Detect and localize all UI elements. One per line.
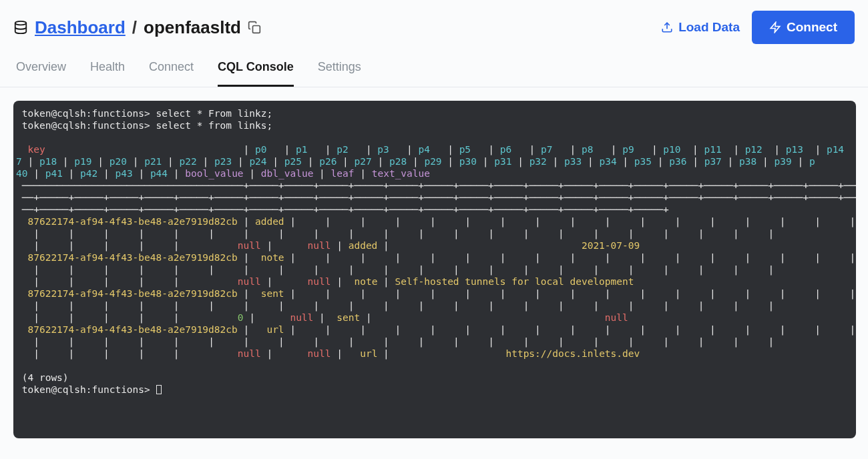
- load-data-label: Load Data: [678, 20, 740, 35]
- tab-connect[interactable]: Connect: [149, 60, 194, 87]
- svg-rect-1: [252, 26, 260, 33]
- dashboard-link[interactable]: Dashboard: [35, 17, 126, 38]
- connect-label: Connect: [787, 20, 837, 35]
- svg-point-0: [15, 21, 27, 25]
- cql-console[interactable]: token@cqlsh:functions> select * From lin…: [13, 101, 856, 438]
- tab-health[interactable]: Health: [90, 60, 125, 87]
- console-container: token@cqlsh:functions> select * From lin…: [0, 87, 868, 452]
- load-data-button[interactable]: Load Data: [661, 20, 740, 35]
- breadcrumb-sep: /: [132, 17, 137, 38]
- tab-cql-console[interactable]: CQL Console: [218, 60, 294, 87]
- page-header: Dashboard / openfaasltd Load Data Connec…: [0, 0, 868, 49]
- tab-overview[interactable]: Overview: [16, 60, 66, 87]
- svg-marker-3: [771, 23, 780, 33]
- connect-button[interactable]: Connect: [752, 11, 855, 44]
- copy-icon[interactable]: [248, 21, 261, 34]
- lightning-icon: [769, 21, 781, 33]
- tabs: Overview Health Connect CQL Console Sett…: [0, 49, 868, 87]
- tab-settings[interactable]: Settings: [318, 60, 361, 87]
- database-icon: [13, 20, 28, 35]
- breadcrumb-current: openfaasltd: [144, 17, 241, 38]
- breadcrumb: Dashboard / openfaasltd: [13, 17, 261, 38]
- header-actions: Load Data Connect: [661, 11, 855, 44]
- upload-icon: [661, 21, 673, 33]
